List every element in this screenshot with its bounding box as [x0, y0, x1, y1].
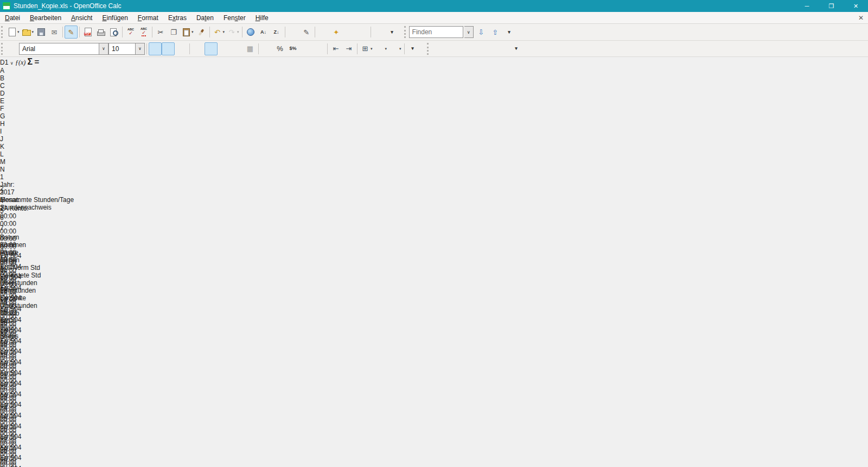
row-header-1[interactable]: 1: [0, 173, 868, 181]
menu-fenster[interactable]: Fenster: [219, 12, 251, 24]
toolbar-grip[interactable]: [1, 26, 5, 38]
sort-ascending-button[interactable]: A↓: [257, 26, 270, 39]
row-header-9[interactable]: 9: [0, 244, 868, 252]
edit-file-button[interactable]: ✎: [65, 26, 78, 39]
font-color-button[interactable]: ▾: [388, 42, 403, 55]
new-document-button[interactable]: ▾: [6, 26, 21, 39]
menu-einfgen[interactable]: Einfügen: [97, 12, 132, 24]
merge-cells-button[interactable]: ▦: [244, 42, 257, 55]
gallery-button[interactable]: [343, 26, 356, 39]
row-header-14[interactable]: 14: [0, 298, 868, 305]
column-header-K[interactable]: K: [0, 143, 42, 150]
standard-toolbar-overflow-button[interactable]: ▾: [386, 26, 399, 39]
row-header-21[interactable]: 21: [0, 372, 868, 380]
number-format-currency-button[interactable]: [260, 42, 273, 55]
column-header-B[interactable]: B: [0, 74, 41, 82]
show-draw-functions-button[interactable]: ✎: [300, 26, 313, 39]
column-header-H[interactable]: H: [0, 120, 47, 128]
find-next-button[interactable]: ⇩: [475, 26, 488, 39]
menu-format[interactable]: Format: [133, 12, 163, 24]
sort-descending-button[interactable]: Z↓: [270, 26, 283, 39]
row-header-28[interactable]: 28: [0, 446, 868, 454]
menu-daten[interactable]: Daten: [192, 12, 219, 24]
open-document-button[interactable]: ▾: [21, 26, 35, 39]
menu-hilfe[interactable]: Hilfe: [251, 12, 273, 24]
find-and-replace-button[interactable]: [317, 26, 330, 39]
font-name-combo[interactable]: Arial: [19, 43, 99, 55]
cut-button[interactable]: ✂: [154, 26, 167, 39]
insert-chart-button[interactable]: [287, 26, 300, 39]
row-header-4[interactable]: 4: [0, 197, 868, 205]
save-button[interactable]: [35, 26, 48, 39]
column-header-N[interactable]: N: [0, 166, 44, 173]
name-box-dropdown-icon[interactable]: ∨: [10, 61, 14, 66]
column-header-C[interactable]: C: [0, 82, 41, 90]
name-box[interactable]: D1 ∨: [0, 59, 15, 66]
help-button[interactable]: [373, 26, 386, 39]
spellcheck-button[interactable]: [124, 26, 137, 39]
row-header-5[interactable]: 5: [0, 207, 868, 214]
column-header-A[interactable]: A: [0, 67, 37, 74]
bold-button[interactable]: [149, 42, 162, 55]
italic-button[interactable]: [162, 42, 175, 55]
font-name-combo-dropdown-icon[interactable]: ∨: [99, 43, 108, 55]
align-left-button[interactable]: [192, 42, 205, 55]
row-header-16[interactable]: 16: [0, 319, 868, 326]
sum-button[interactable]: Σ: [28, 57, 33, 66]
row-header-3[interactable]: 3: [0, 188, 868, 196]
align-right-button[interactable]: [218, 42, 231, 55]
row-header-10[interactable]: 10: [0, 255, 868, 263]
object-align-toolbar-overflow-button[interactable]: ▾: [510, 42, 523, 55]
minimize-icon[interactable]: ─: [795, 0, 819, 12]
formatting-toolbar-grip[interactable]: [1, 43, 5, 55]
number-format-percent-button[interactable]: %: [273, 42, 286, 55]
font-size-combo[interactable]: 10: [108, 43, 136, 55]
increase-indent-button[interactable]: ⇥: [342, 42, 355, 55]
row-header-20[interactable]: 20: [0, 362, 868, 369]
delete-decimal-place-button[interactable]: [312, 42, 326, 55]
decrease-indent-button[interactable]: ⇤: [329, 42, 342, 55]
copy-button[interactable]: ❐: [167, 26, 180, 39]
align-objects-right-button[interactable]: [458, 42, 471, 55]
align-justified-button[interactable]: [231, 42, 244, 55]
row-header-22[interactable]: 22: [0, 383, 868, 390]
row-header-27[interactable]: 27: [0, 436, 868, 444]
background-color-button[interactable]: ▾: [374, 42, 388, 55]
row-header-15[interactable]: 15: [0, 308, 868, 316]
row-header-25[interactable]: 25: [0, 415, 868, 422]
column-header-M[interactable]: M: [0, 158, 43, 166]
open-sidebar-button[interactable]: [6, 42, 19, 55]
auto-spellcheck-button[interactable]: [137, 26, 150, 39]
column-header-J[interactable]: J: [0, 135, 47, 143]
find-input-dropdown-icon[interactable]: ∨: [464, 26, 474, 38]
find-input[interactable]: Finden: [409, 26, 463, 38]
row-header-13[interactable]: 13: [0, 287, 868, 294]
formatting-toolbar-overflow-button[interactable]: ▾: [406, 42, 419, 55]
hyperlink-button[interactable]: [244, 26, 257, 39]
align-objects-bottom-button[interactable]: [497, 42, 510, 55]
function-button[interactable]: =: [35, 57, 40, 66]
menu-ansicht[interactable]: Ansicht: [66, 12, 97, 24]
zoom-button[interactable]: [356, 26, 369, 39]
column-header-E[interactable]: E: [0, 97, 48, 105]
row-header-11[interactable]: 11: [0, 266, 868, 273]
row-header-23[interactable]: 23: [0, 393, 868, 401]
row-header-8[interactable]: 8: [0, 234, 868, 241]
restore-icon[interactable]: ❐: [819, 0, 844, 12]
undo-button[interactable]: ↶▾: [212, 26, 226, 39]
column-header-I[interactable]: I: [0, 128, 48, 135]
redo-button[interactable]: ↷▾: [226, 26, 240, 39]
document-as-email-button[interactable]: ✉: [48, 26, 61, 39]
spreadsheet-grid[interactable]: ABCDEFGHIJKLMN1Jahr:2017Monat:Stundennac…: [0, 67, 868, 467]
add-decimal-place-button[interactable]: [299, 42, 312, 55]
export-as-pdf-button[interactable]: [81, 26, 94, 39]
find-toolbar-overflow-button[interactable]: ▾: [503, 26, 516, 39]
column-header-G[interactable]: G: [0, 112, 48, 120]
font-size-combo-dropdown-icon[interactable]: ∨: [136, 43, 145, 55]
find-toolbar-grip[interactable]: [404, 26, 408, 38]
menu-datei[interactable]: Datei: [0, 12, 25, 24]
column-header-L[interactable]: L: [0, 150, 34, 158]
row-header-18[interactable]: 18: [0, 340, 868, 348]
align-objects-top-button[interactable]: [471, 42, 484, 55]
borders-button[interactable]: ⊞▾: [359, 42, 374, 55]
